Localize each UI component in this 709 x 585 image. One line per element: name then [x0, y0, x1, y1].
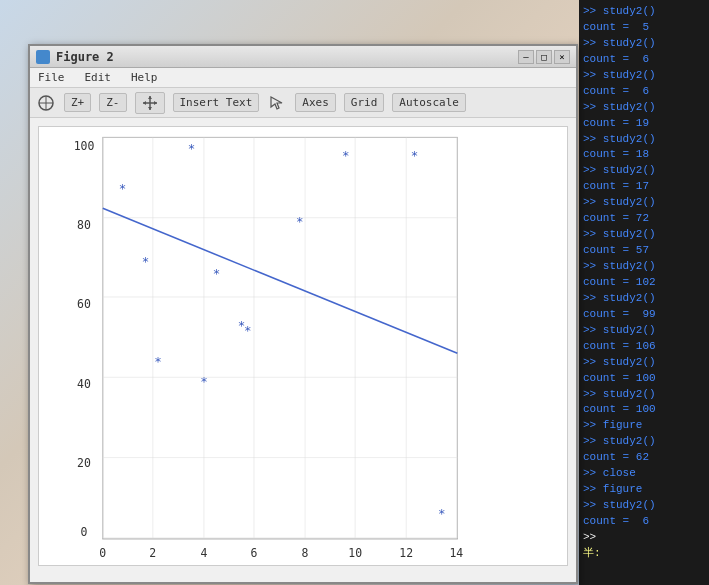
svg-text:14: 14 [449, 546, 463, 560]
terminal-line: count = 6 [583, 52, 705, 68]
terminal-line: count = 106 [583, 339, 705, 355]
figure-window: Figure 2 – □ × File Edit Help Z+ Z- [28, 44, 578, 584]
svg-marker-6 [148, 107, 152, 110]
pan-button[interactable] [135, 92, 165, 114]
terminal-line: >> close [583, 466, 705, 482]
terminal-line: count = 99 [583, 307, 705, 323]
title-bar: Figure 2 – □ × [30, 46, 576, 68]
svg-marker-9 [271, 97, 282, 109]
cursor-icon[interactable] [267, 93, 287, 113]
svg-text:*: * [296, 214, 304, 229]
terminal-line: >> study2() [583, 387, 705, 403]
menu-edit[interactable]: Edit [81, 71, 116, 84]
terminal-line: >> study2() [583, 355, 705, 371]
svg-text:20: 20 [77, 456, 91, 470]
minimize-button[interactable]: – [518, 50, 534, 64]
terminal-line: count = 100 [583, 402, 705, 418]
terminal-line: >> study2() [583, 498, 705, 514]
svg-text:6: 6 [251, 546, 258, 560]
home-icon[interactable] [36, 93, 56, 113]
svg-text:*: * [342, 148, 350, 163]
svg-text:*: * [119, 181, 127, 196]
plot-container: 100 80 60 40 20 0 0 2 4 6 8 10 12 14 [38, 126, 568, 566]
terminal-line: count = 100 [583, 371, 705, 387]
grid-button[interactable]: Grid [344, 93, 385, 112]
terminal-line: count = 5 [583, 20, 705, 36]
terminal-line: >> study2() [583, 4, 705, 20]
svg-text:10: 10 [348, 546, 362, 560]
zoom-out-button[interactable]: Z- [99, 93, 126, 112]
terminal-line: >> study2() [583, 195, 705, 211]
terminal-line: >> study2() [583, 227, 705, 243]
terminal-line: count = 72 [583, 211, 705, 227]
close-button[interactable]: × [554, 50, 570, 64]
svg-text:*: * [213, 266, 221, 281]
terminal-line: >> study2() [583, 163, 705, 179]
terminal-line: count = 19 [583, 116, 705, 132]
terminal-output: >> study2()count = 5>> study2()count = 6… [583, 4, 705, 562]
svg-text:12: 12 [399, 546, 413, 560]
svg-text:80: 80 [77, 218, 91, 232]
svg-marker-8 [154, 101, 157, 105]
menu-file[interactable]: File [34, 71, 69, 84]
terminal-panel[interactable]: >> study2()count = 5>> study2()count = 6… [579, 0, 709, 585]
terminal-line: count = 6 [583, 514, 705, 530]
terminal-line: count = 57 [583, 243, 705, 259]
window-title: Figure 2 [56, 50, 114, 64]
svg-text:*: * [188, 141, 196, 156]
terminal-line: >> figure [583, 418, 705, 434]
svg-text:40: 40 [77, 377, 91, 391]
terminal-line: >> study2() [583, 132, 705, 148]
terminal-line: count = 17 [583, 179, 705, 195]
svg-text:*: * [411, 148, 419, 163]
terminal-line: >> study2() [583, 291, 705, 307]
svg-marker-7 [143, 101, 146, 105]
svg-text:4: 4 [200, 546, 207, 560]
title-bar-left: Figure 2 [36, 50, 114, 64]
terminal-line: >> study2() [583, 434, 705, 450]
terminal-line: >> [583, 530, 705, 546]
terminal-cursor: 半: [583, 546, 705, 562]
svg-text:0: 0 [99, 546, 106, 560]
svg-text:*: * [154, 354, 162, 369]
terminal-line: count = 18 [583, 147, 705, 163]
terminal-line: >> study2() [583, 36, 705, 52]
toolbar: Z+ Z- Insert Text Axes Grid Autoscale [30, 88, 576, 118]
terminal-line: >> study2() [583, 259, 705, 275]
autoscale-button[interactable]: Autoscale [392, 93, 466, 112]
svg-text:*: * [438, 506, 446, 521]
terminal-line: >> study2() [583, 323, 705, 339]
insert-text-button[interactable]: Insert Text [173, 93, 260, 112]
terminal-line: >> study2() [583, 68, 705, 84]
terminal-line: count = 102 [583, 275, 705, 291]
figure-icon [36, 50, 50, 64]
zoom-in-button[interactable]: Z+ [64, 93, 91, 112]
plot-svg: 100 80 60 40 20 0 0 2 4 6 8 10 12 14 [39, 127, 567, 565]
menu-bar: File Edit Help [30, 68, 576, 88]
menu-help[interactable]: Help [127, 71, 162, 84]
svg-marker-5 [148, 96, 152, 99]
svg-text:100: 100 [74, 139, 95, 153]
svg-text:*: * [200, 374, 208, 389]
terminal-line: count = 6 [583, 84, 705, 100]
maximize-button[interactable]: □ [536, 50, 552, 64]
terminal-line: count = 62 [583, 450, 705, 466]
svg-text:60: 60 [77, 297, 91, 311]
svg-text:0: 0 [81, 525, 88, 539]
svg-text:8: 8 [302, 546, 309, 560]
svg-rect-24 [103, 137, 458, 539]
svg-text:2: 2 [149, 546, 156, 560]
title-buttons[interactable]: – □ × [518, 50, 570, 64]
svg-text:*: * [244, 323, 252, 338]
terminal-line: >> study2() [583, 100, 705, 116]
svg-text:*: * [142, 254, 150, 269]
terminal-line: >> figure [583, 482, 705, 498]
axes-button[interactable]: Axes [295, 93, 336, 112]
